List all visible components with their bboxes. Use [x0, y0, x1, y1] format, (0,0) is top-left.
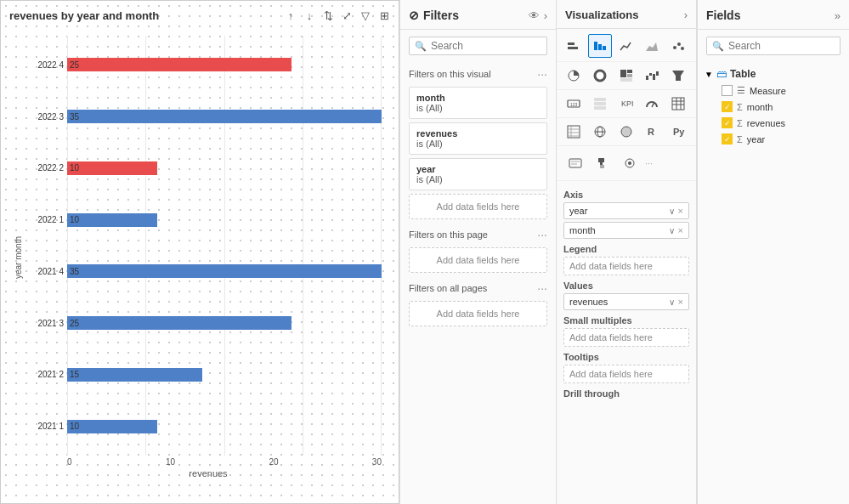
field-item-year[interactable]: ✓ Σ year: [705, 131, 842, 147]
svg-rect-2: [594, 42, 597, 50]
viz-matrix[interactable]: [562, 120, 586, 144]
viz-card[interactable]: 123: [562, 92, 586, 116]
sort-both-icon[interactable]: ⇅: [320, 8, 336, 23]
svg-rect-0: [568, 42, 574, 45]
fields-search-box[interactable]: 🔍: [706, 37, 841, 55]
viz-map[interactable]: [588, 120, 612, 144]
viz-header: Visualizations ›: [557, 0, 696, 29]
expand-icon[interactable]: ⤢: [339, 8, 354, 23]
svg-text:123: 123: [570, 102, 578, 107]
add-data-visual[interactable]: Add data fields here: [409, 194, 547, 219]
field-name-measure: Measure: [750, 86, 786, 96]
filters-all-pages-menu[interactable]: ···: [537, 281, 547, 295]
bar-fill[interactable]: 25: [67, 58, 291, 71]
revenues-remove-icon[interactable]: ×: [678, 297, 683, 307]
viz-funnel[interactable]: [666, 64, 690, 88]
svg-rect-25: [594, 106, 606, 110]
viz-donut[interactable]: [588, 64, 612, 88]
filters-search-box[interactable]: 🔍: [409, 37, 547, 55]
bar-fill[interactable]: 15: [67, 368, 202, 382]
bar-fill[interactable]: 35: [67, 264, 382, 278]
bar-label: 2022 1: [26, 215, 64, 224]
viz-kpi[interactable]: KPI: [614, 92, 638, 116]
viz-more-dots[interactable]: ···: [645, 158, 653, 168]
add-data-page[interactable]: Add data fields here: [409, 247, 547, 273]
fields-panel: Fields » 🔍 ▼ 🗃 Table ☰ Measure ✓ Σ month: [697, 0, 849, 504]
expand-filters-icon[interactable]: ›: [544, 9, 547, 22]
sigma-month-icon: Σ: [737, 102, 743, 112]
field-checkbox-month[interactable]: ✓: [722, 101, 733, 112]
bar-fill[interactable]: 35: [67, 110, 382, 123]
bar-fill[interactable]: 25: [67, 316, 291, 330]
viz-R[interactable]: R: [640, 120, 664, 144]
viz-axis-month-pill[interactable]: month ∨ ×: [563, 222, 689, 239]
viz-smart-narrative[interactable]: [563, 151, 587, 175]
eye-icon[interactable]: 👁: [529, 9, 540, 22]
svg-rect-3: [598, 44, 602, 50]
viz-line-chart[interactable]: [614, 34, 638, 58]
filter-year-value: is (All): [416, 174, 540, 184]
viz-filled-map[interactable]: [614, 120, 638, 144]
year-remove-icon[interactable]: ×: [678, 206, 683, 216]
viz-treemap[interactable]: [614, 64, 638, 88]
filters-search-input[interactable]: [431, 40, 558, 52]
viz-analytics[interactable]: [618, 151, 642, 175]
field-checkbox-measure[interactable]: [722, 85, 733, 96]
fields-title: Fields: [706, 8, 740, 22]
filters-on-visual-menu[interactable]: ···: [537, 67, 547, 81]
add-small-multiples-field[interactable]: Add data fields here: [563, 328, 689, 347]
filters-title-text: Filters: [423, 8, 459, 22]
viz-tooltips-label: Tooltips: [563, 352, 689, 362]
bar-label: 2021 4: [26, 267, 64, 276]
svg-rect-44: [569, 159, 581, 167]
viz-table[interactable]: [666, 92, 690, 116]
add-data-all-pages[interactable]: Add data fields here: [409, 301, 547, 326]
viz-values-revenues-pill[interactable]: revenues ∨ ×: [563, 293, 689, 310]
fields-search-input[interactable]: [728, 40, 849, 52]
viz-Python[interactable]: Py: [666, 120, 690, 144]
viz-format-paint[interactable]: [591, 151, 614, 175]
field-item-revenues[interactable]: ✓ Σ revenues: [705, 115, 842, 131]
viz-pie[interactable]: [562, 64, 586, 88]
bar-fill[interactable]: 10: [67, 161, 157, 175]
viz-waterfall[interactable]: [640, 64, 664, 88]
table-icon[interactable]: ⊞: [376, 8, 392, 23]
viz-area-chart[interactable]: [640, 34, 664, 58]
fields-group-header[interactable]: ▼ 🗃 Table: [705, 65, 842, 82]
viz-icons-row1: [557, 29, 696, 62]
field-checkbox-revenues[interactable]: ✓: [722, 117, 733, 128]
bar-label: 2021 3: [26, 319, 64, 328]
field-checkbox-year[interactable]: ✓: [722, 133, 733, 144]
filter-icon[interactable]: ▽: [358, 8, 373, 23]
month-remove-icon[interactable]: ×: [678, 225, 683, 235]
add-legend-field[interactable]: Add data fields here: [563, 257, 689, 275]
viz-bar-chart[interactable]: [588, 34, 612, 58]
viz-multirow-card[interactable]: [588, 92, 612, 116]
viz-axis-section: Axis year ∨ × month ∨ × Legend Add data …: [557, 181, 696, 405]
viz-axis-label: Axis: [563, 190, 689, 200]
filters-on-page-menu[interactable]: ···: [537, 228, 547, 241]
viz-axis-year-pill[interactable]: year ∨ ×: [563, 202, 689, 219]
bar-fill[interactable]: 10: [67, 213, 157, 227]
filter-card-month[interactable]: month is (All): [409, 87, 547, 119]
bar-fill[interactable]: 10: [67, 420, 157, 433]
viz-expand-icon[interactable]: ›: [684, 8, 688, 21]
sort-asc-icon[interactable]: ↑: [283, 8, 298, 23]
svg-rect-14: [627, 74, 632, 77]
filters-panel: ⊘ Filters 👁 › 🔍 Filters on this visual ·…: [399, 0, 557, 504]
filters-header-icons: 👁 ›: [529, 9, 547, 22]
field-item-month[interactable]: ✓ Σ month: [705, 99, 842, 115]
filter-card-year[interactable]: year is (All): [409, 158, 547, 190]
field-item-measure[interactable]: ☰ Measure: [705, 82, 842, 99]
fields-expand-icon[interactable]: »: [835, 9, 841, 22]
sort-desc-icon[interactable]: ↓: [302, 8, 317, 23]
add-tooltips-field[interactable]: Add data fields here: [563, 365, 689, 383]
viz-scatter[interactable]: [666, 34, 690, 58]
viz-icons-row2: [557, 62, 696, 90]
viz-gauge[interactable]: [640, 92, 664, 116]
filters-on-visual-text: Filters on this visual: [409, 69, 491, 79]
y-axis-label: year month: [9, 36, 26, 479]
bar-row: 2021 435: [67, 262, 382, 280]
viz-stacked-bar[interactable]: [562, 34, 586, 58]
filter-card-revenues[interactable]: revenues is (All): [409, 122, 547, 155]
